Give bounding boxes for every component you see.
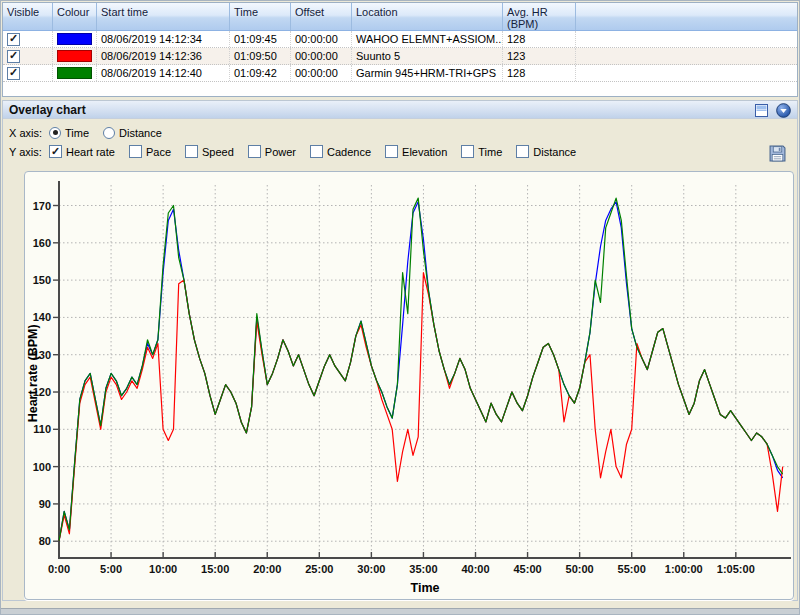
svg-text:40:00: 40:00 bbox=[461, 563, 489, 575]
avg-hr-cell: 123 bbox=[503, 48, 576, 64]
col-header-avg-hr[interactable]: Avg. HR (BPM) bbox=[503, 3, 576, 30]
location-cell: Suunto 5 bbox=[352, 48, 503, 64]
location-cell: WAHOO ELEMNT+ASSIOM... bbox=[352, 31, 503, 47]
svg-text:45:00: 45:00 bbox=[513, 563, 541, 575]
distance-checkbox[interactable] bbox=[516, 145, 529, 158]
y-option-pace[interactable]: Pace bbox=[129, 145, 171, 158]
col-header-offset[interactable]: Offset bbox=[291, 3, 352, 30]
col-header-time[interactable]: Time bbox=[230, 3, 291, 30]
svg-text:30:00: 30:00 bbox=[357, 563, 385, 575]
svg-text:5:00: 5:00 bbox=[100, 563, 122, 575]
pace-label: Pace bbox=[146, 146, 171, 158]
time-checkbox[interactable] bbox=[461, 145, 474, 158]
col-header-location[interactable]: Location bbox=[352, 3, 503, 30]
table-row[interactable]: 08/06/2019 14:12:36 01:09:50 00:00:00 Su… bbox=[3, 48, 797, 65]
start-time-cell: 08/06/2019 14:12:40 bbox=[97, 65, 230, 81]
time-cell: 01:09:50 bbox=[230, 48, 291, 64]
cadence-checkbox[interactable] bbox=[310, 145, 323, 158]
col-header-colour[interactable]: Colour bbox=[53, 3, 97, 30]
panel-layout-icon[interactable] bbox=[755, 104, 768, 117]
speed-checkbox[interactable] bbox=[185, 145, 198, 158]
power-checkbox[interactable] bbox=[248, 145, 261, 158]
heart-rate-checkbox[interactable] bbox=[49, 145, 62, 158]
svg-text:20:00: 20:00 bbox=[253, 563, 281, 575]
time-radio[interactable] bbox=[49, 127, 61, 139]
avg-hr-line1: Avg. HR bbox=[507, 6, 548, 18]
pace-checkbox[interactable] bbox=[129, 145, 142, 158]
table-row[interactable]: 08/06/2019 14:12:40 01:09:42 00:00:00 Ga… bbox=[3, 65, 797, 82]
svg-text:Heart rate (BPM): Heart rate (BPM) bbox=[26, 324, 40, 422]
offset-cell: 00:00:00 bbox=[291, 48, 352, 64]
location-cell: Garmin 945+HRM-TRI+GPS bbox=[352, 65, 503, 81]
window-bottom-edge bbox=[1, 608, 800, 615]
svg-text:90: 90 bbox=[39, 498, 51, 510]
col-header-visible[interactable]: Visible bbox=[3, 3, 53, 30]
table-row[interactable]: 08/06/2019 14:12:34 01:09:45 00:00:00 WA… bbox=[3, 31, 797, 48]
x-axis-label: X axis: bbox=[9, 127, 43, 139]
offset-cell: 00:00:00 bbox=[291, 65, 352, 81]
svg-text:160: 160 bbox=[33, 237, 51, 249]
elevation-checkbox[interactable] bbox=[385, 145, 398, 158]
svg-text:150: 150 bbox=[33, 274, 51, 286]
y-option-distance[interactable]: Distance bbox=[516, 145, 576, 158]
svg-text:140: 140 bbox=[33, 311, 51, 323]
x-option-time[interactable]: Time bbox=[49, 127, 89, 139]
app-window: { "table": { "columns": ["Visible", "Col… bbox=[0, 0, 800, 615]
x-option-distance[interactable]: Distance bbox=[103, 127, 162, 139]
distance-radio-label: Distance bbox=[119, 127, 162, 139]
y-axis-label: Y axis: bbox=[9, 146, 43, 158]
col-header-filler bbox=[576, 3, 797, 30]
svg-text:0:00: 0:00 bbox=[48, 563, 70, 575]
distance-radio[interactable] bbox=[103, 127, 115, 139]
save-icon bbox=[769, 145, 786, 162]
y-option-elevation[interactable]: Elevation bbox=[385, 145, 447, 158]
device-table-header: Visible Colour Start time Time Offset Lo… bbox=[3, 3, 797, 31]
svg-text:10:00: 10:00 bbox=[149, 563, 177, 575]
heart-rate-label: Heart rate bbox=[66, 146, 115, 158]
overlay-chart-panel: Overlay chart bbox=[2, 100, 798, 601]
svg-text:1:00:00: 1:00:00 bbox=[665, 563, 703, 575]
time-cell: 01:09:45 bbox=[230, 31, 291, 47]
hr-overlay-chart[interactable]: 80901001101201301401501601700:005:0010:0… bbox=[24, 171, 794, 600]
x-axis-row: X axis: Time Distance bbox=[9, 123, 791, 142]
visible-checkbox[interactable] bbox=[7, 67, 20, 80]
svg-text:80: 80 bbox=[39, 535, 51, 547]
avg-hr-cell: 128 bbox=[503, 65, 576, 81]
time-option-label: Time bbox=[478, 146, 502, 158]
y-option-cadence[interactable]: Cadence bbox=[310, 145, 371, 158]
colour-swatch bbox=[57, 50, 92, 62]
device-table: Visible Colour Start time Time Offset Lo… bbox=[2, 2, 798, 97]
svg-text:110: 110 bbox=[33, 423, 51, 435]
avg-hr-cell: 128 bbox=[503, 31, 576, 47]
panel-title: Overlay chart bbox=[9, 103, 86, 117]
axis-controls: X axis: Time Distance Y axis: Heart rate… bbox=[3, 119, 797, 161]
colour-swatch bbox=[57, 67, 92, 79]
overlay-chart-titlebar: Overlay chart bbox=[3, 101, 797, 119]
svg-text:35:00: 35:00 bbox=[409, 563, 437, 575]
distance-option-label: Distance bbox=[533, 146, 576, 158]
power-label: Power bbox=[265, 146, 296, 158]
y-option-time[interactable]: Time bbox=[461, 145, 502, 158]
visible-checkbox[interactable] bbox=[7, 50, 20, 63]
svg-text:15:00: 15:00 bbox=[201, 563, 229, 575]
start-time-cell: 08/06/2019 14:12:34 bbox=[97, 31, 230, 47]
y-option-speed[interactable]: Speed bbox=[185, 145, 234, 158]
y-axis-row: Y axis: Heart rate Pace Speed Power Cade… bbox=[9, 142, 791, 161]
col-header-start-time[interactable]: Start time bbox=[97, 3, 230, 30]
y-option-heart-rate[interactable]: Heart rate bbox=[49, 145, 115, 158]
svg-text:170: 170 bbox=[33, 200, 51, 212]
colour-swatch bbox=[57, 33, 92, 45]
save-chart-button[interactable] bbox=[769, 145, 787, 163]
y-option-power[interactable]: Power bbox=[248, 145, 296, 158]
svg-text:25:00: 25:00 bbox=[305, 563, 333, 575]
collapse-panel-button[interactable] bbox=[776, 103, 791, 118]
cadence-label: Cadence bbox=[327, 146, 371, 158]
chart-canvas: 80901001101201301401501601700:005:0010:0… bbox=[25, 172, 793, 599]
avg-hr-line2: (BPM) bbox=[507, 18, 538, 30]
svg-text:100: 100 bbox=[33, 461, 51, 473]
start-time-cell: 08/06/2019 14:12:36 bbox=[97, 48, 230, 64]
svg-text:Time: Time bbox=[411, 581, 440, 595]
speed-label: Speed bbox=[202, 146, 234, 158]
offset-cell: 00:00:00 bbox=[291, 31, 352, 47]
visible-checkbox[interactable] bbox=[7, 33, 20, 46]
